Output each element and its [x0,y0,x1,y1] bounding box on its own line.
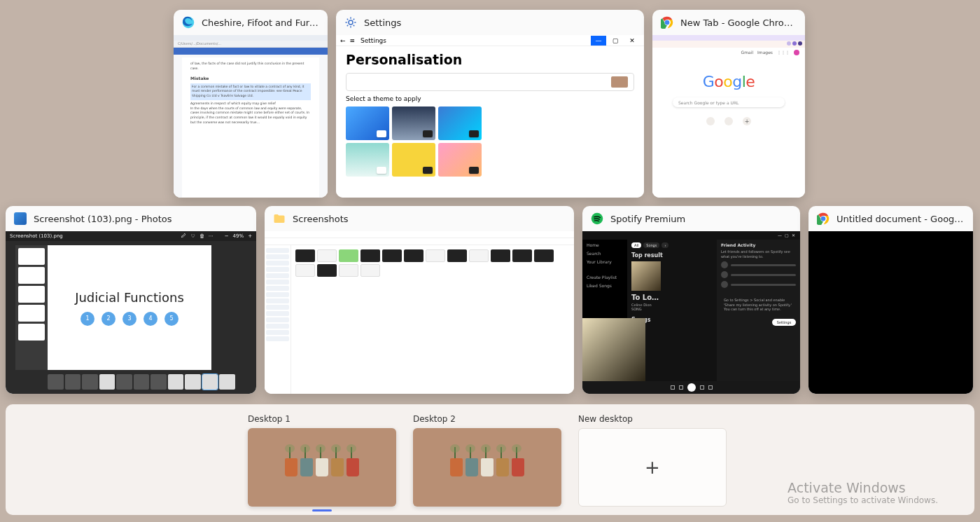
zoom-level: 49% [233,233,244,239]
minimize-icon[interactable]: — [591,36,606,46]
window-settings-thumb[interactable]: ← ≡ Settings — ▢ ✕ Personalisation Selec… [336,35,644,198]
friend-hint: Go to Settings > Social and enable 'Shar… [721,295,796,315]
nav-item[interactable]: Search [587,251,623,256]
svg-point-1 [349,20,353,25]
google-logo: Google [701,73,756,90]
theme-option[interactable] [438,107,482,140]
chip-more[interactable]: › [662,242,668,248]
window-chrome-thumb[interactable]: GmailImages⋮⋮⋮ Google Search Google or t… [652,35,805,198]
window-settings-title: Settings [364,18,401,28]
slide-title: Judicial Functions [75,290,184,305]
window-edge-header: Cheshire, Fifoot and Furmsto… [174,10,328,35]
chip[interactable]: Songs [643,242,659,248]
window-photos[interactable]: Screenshot (103).png - Photos Screenshot… [6,206,256,394]
shortcut[interactable] [724,117,733,125]
doc-paragraph: In the days when the courts of common la… [190,107,309,124]
window-explorer-title: Screenshots [293,214,349,224]
window-docs-header: Untitled document - Google Do… [808,206,973,231]
window-photos-header: Screenshot (103).png - Photos [6,206,256,231]
album-cover[interactable] [631,261,661,291]
window-explorer-thumb[interactable] [265,231,574,394]
window-spotify-thumb[interactable]: —▢✕ Home Search Your Library Create Play… [582,231,800,394]
window-settings-header: Settings [336,10,644,35]
svg-point-3 [665,20,670,25]
theme-option[interactable] [392,143,435,177]
settings-inner-title: Settings [360,37,386,44]
desktop-label: Desktop 1 [248,414,396,424]
window-chrome-title: New Tab - Google Chrome [680,18,797,28]
doc-line: of law, the facts of the case did not ju… [190,62,304,70]
window-docs-title: Untitled document - Google Do… [836,214,965,224]
friend-title: Friend Activity [721,242,796,247]
window-chrome[interactable]: New Tab - Google Chrome GmailImages⋮⋮⋮ G… [652,10,805,198]
folder-icon [273,212,286,225]
nav-item[interactable]: Create Playlist [587,275,623,280]
maximize-icon[interactable]: ▢ [608,36,623,46]
settings-heading: Personalisation [346,52,644,67]
chrome-icon [817,212,830,225]
desktop-1: Desktop 1 [248,414,396,507]
player-bar [582,381,800,394]
window-photos-thumb[interactable]: Screenshot (103).png 🖊♡🗑⋯−49%+ Judicial … [6,231,256,394]
play-icon[interactable] [687,383,696,392]
theme-option[interactable] [346,143,389,177]
settings-icon [344,16,357,29]
activate-windows-watermark: Activate Windows Go to Settings to activ… [788,480,938,505]
photos-filename: Screenshot (103).png [10,233,63,239]
watermark-sub: Go to Settings to activate Windows. [788,495,938,505]
add-shortcut[interactable]: + [743,117,751,125]
nav-item[interactable]: Liked Songs [587,283,623,289]
window-edge-title: Cheshire, Fifoot and Furmsto… [202,18,319,28]
plus-icon: + [645,457,660,478]
settings-hamburger-icon[interactable]: ≡ [350,37,356,44]
spotify-icon [591,212,603,225]
desktop-label: Desktop 2 [413,414,561,424]
friend-sub: Let friends and followers on Spotify see… [721,249,796,259]
photos-icon [14,212,27,225]
section-heading: Top result [631,252,713,259]
chrome-shortcuts: + [652,117,805,125]
desktop-2-thumb[interactable] [413,428,561,507]
watermark-title: Activate Windows [788,480,938,495]
window-explorer-header: Screenshots [265,206,574,231]
window-explorer[interactable]: Screenshots [265,206,574,394]
window-edge[interactable]: Cheshire, Fifoot and Furmsto… C/Users/..… [174,10,328,198]
nav-item[interactable]: Your Library [587,259,623,265]
doc-heading: Mistake [190,75,311,81]
theme-option[interactable] [438,143,482,177]
task-row-1: Cheshire, Fifoot and Furmsto… C/Users/..… [174,10,805,198]
next-icon[interactable] [700,385,704,390]
doc-line: Agreements in respect of which equity ma… [190,102,276,105]
theme-preview [346,73,634,91]
edge-icon [182,16,195,29]
doc-highlight: For a common mistake of fact or law to v… [190,83,311,100]
new-desktop-button[interactable]: + [578,428,727,507]
desktop-1-thumb[interactable] [248,428,396,507]
window-docs[interactable]: Untitled document - Google Do… [808,206,973,394]
close-icon[interactable]: ✕ [624,36,640,46]
theme-grid [346,107,486,177]
prev-icon[interactable] [679,385,683,390]
window-docs-thumb[interactable] [808,231,973,394]
chip[interactable]: All [631,242,641,248]
theme-option[interactable] [392,107,435,140]
now-playing-art[interactable] [582,318,645,381]
window-spotify[interactable]: Spotify Premium —▢✕ Home Search Your Lib… [582,206,800,394]
theme-option[interactable] [346,107,389,140]
track-title: To Lo… [631,294,713,301]
nav-item[interactable]: Home [587,242,623,248]
settings-hint: Select a theme to apply [346,95,644,102]
shortcut[interactable] [706,117,715,125]
track-tag: SONG [631,307,713,311]
svg-point-6 [821,217,826,221]
settings-back-icon[interactable]: ← [340,37,346,44]
window-photos-title: Screenshot (103).png - Photos [34,214,172,224]
shuffle-icon[interactable] [671,385,675,390]
repeat-icon[interactable] [708,385,713,390]
desktop-label: New desktop [578,414,727,424]
window-spotify-title: Spotify Premium [610,214,685,224]
window-edge-thumb[interactable]: C/Users/.../Documents/... of law, the fa… [174,35,328,198]
window-settings[interactable]: Settings ← ≡ Settings — ▢ ✕ Personalisat… [336,10,644,198]
friend-settings-button[interactable]: Settings [772,319,796,326]
chrome-search[interactable]: Search Google or type a URL [673,97,785,107]
